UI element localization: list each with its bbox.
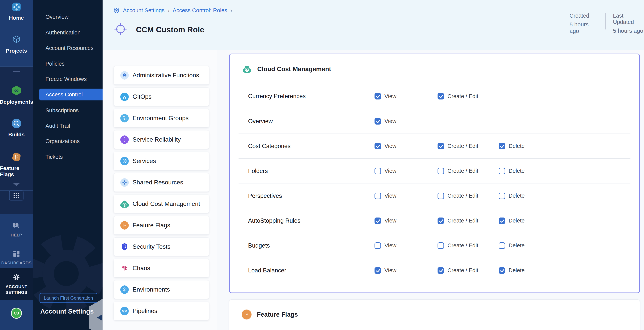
rail-item-help[interactable]: ? HELP <box>0 222 33 238</box>
checkbox-unchecked[interactable] <box>438 242 444 249</box>
checkbox-unchecked[interactable] <box>499 168 505 174</box>
sidebar-item-subscriptions[interactable]: Subscriptions <box>39 104 102 116</box>
permission-row-label: Currency Preferences <box>248 93 306 100</box>
rail-item-builds[interactable]: Builds <box>0 118 33 138</box>
permission-view: View <box>374 118 396 124</box>
checkbox-label: Create / Edit <box>448 193 478 199</box>
role-meta: Created 5 hours ago Last Updated 5 hours… <box>570 13 644 34</box>
sidebar-item-policies[interactable]: Policies <box>39 58 102 70</box>
resource-card-gitops[interactable]: GitOps <box>114 87 209 106</box>
checkbox-label: View <box>384 218 396 224</box>
sidebar-footer-title: Account Settings <box>40 308 94 315</box>
resource-card-security-tests[interactable]: Security Tests <box>114 237 209 256</box>
svg-text:$: $ <box>124 203 125 206</box>
panel-header: Feature Flags <box>242 309 298 319</box>
checkbox-checked[interactable] <box>438 143 444 149</box>
sidebar-item-access-control[interactable]: Access Control <box>39 89 102 100</box>
checkbox-checked[interactable] <box>374 218 381 224</box>
checkbox-checked[interactable] <box>438 93 444 99</box>
rail-item-label: Builds <box>8 132 25 138</box>
rail-expand-chevron-icon[interactable] <box>13 183 20 186</box>
resource-card-service-reliability[interactable]: Service Reliability <box>114 130 209 149</box>
checkbox-unchecked[interactable] <box>438 193 444 199</box>
resource-card-services[interactable]: Services <box>114 152 209 170</box>
breadcrumb-link-account-settings[interactable]: Account Settings <box>123 7 165 14</box>
rail-item-projects[interactable]: Projects <box>0 35 33 54</box>
permission-create-edit: Create / Edit <box>438 218 478 224</box>
checkbox-label: Create / Edit <box>448 143 478 149</box>
last-updated-value: 5 hours ago <box>613 28 644 34</box>
rail-item-dashboards[interactable]: DASHBOARDS <box>0 250 33 266</box>
collapse-sidebar-icon[interactable] <box>97 314 102 321</box>
checkbox-checked[interactable] <box>499 218 505 224</box>
checkbox-checked[interactable] <box>374 143 381 149</box>
checkbox-unchecked[interactable] <box>374 193 381 199</box>
resource-card-pipelines[interactable]: Pipelines <box>114 302 209 320</box>
cloud-cost-icon: $ <box>242 64 252 74</box>
checkbox-checked[interactable] <box>374 118 381 124</box>
rail-item-account-settings[interactable]: ACCOUNTSETTINGS <box>0 273 33 295</box>
feature-flags-icon <box>11 152 22 163</box>
checkbox-checked[interactable] <box>374 267 381 274</box>
chaos-icon <box>120 264 129 272</box>
checkbox-unchecked[interactable] <box>499 193 505 199</box>
resource-card-environment-groups[interactable]: Environment Groups <box>114 109 209 127</box>
checkbox-label: View <box>384 143 396 149</box>
launch-first-generation-button[interactable]: Launch First Generation <box>40 293 97 303</box>
settings-sidebar: OverviewAuthenticationAccount ResourcesP… <box>33 0 102 330</box>
permission-rows: Currency PreferencesViewCreate / EditOve… <box>238 84 630 283</box>
checkbox-checked[interactable] <box>374 93 381 99</box>
checkbox-unchecked[interactable] <box>438 168 444 174</box>
module-picker-button[interactable] <box>9 191 24 201</box>
rail-item-feature-flags[interactable]: Feature Flags <box>0 152 33 178</box>
permission-view: View <box>374 193 396 199</box>
resource-card-label: GitOps <box>132 93 152 100</box>
sidebar-item-freeze-windows[interactable]: Freeze Windows <box>39 73 102 85</box>
checkbox-unchecked[interactable] <box>499 242 505 249</box>
checkbox-checked[interactable] <box>438 218 444 224</box>
panel-title: Feature Flags <box>257 311 298 318</box>
resource-card-label: Security Tests <box>132 243 170 250</box>
sidebar-item-account-resources[interactable]: Account Resources <box>39 42 102 54</box>
sidebar-item-tickets[interactable]: Tickets <box>39 151 102 163</box>
checkbox-checked[interactable] <box>499 143 505 149</box>
shared-resources-icon <box>120 178 129 187</box>
permission-view: View <box>374 168 396 174</box>
dashboards-grid-icon <box>13 250 20 258</box>
user-avatar[interactable]: CJ <box>11 308 22 319</box>
breadcrumb-link-roles[interactable]: Access Control: Roles <box>173 7 227 14</box>
harness-home-icon <box>12 2 22 13</box>
checkbox-unchecked[interactable] <box>374 168 381 174</box>
resource-card-chaos[interactable]: Chaos <box>114 259 209 277</box>
sidebar-item-audit-trail[interactable]: Audit Trail <box>39 120 102 132</box>
rail-item-deployments[interactable]: ∞ Deployments <box>0 85 33 105</box>
permission-row-perspectives: PerspectivesViewCreate / EditDelete <box>238 183 630 208</box>
rail-item-label: Feature Flags <box>0 165 33 178</box>
checkbox-unchecked[interactable] <box>374 242 381 249</box>
resource-card-label: Service Reliability <box>132 136 181 143</box>
permission-delete: Delete <box>499 218 525 224</box>
sidebar-item-organizations[interactable]: Organizations <box>39 135 102 147</box>
pipelines-icon <box>120 307 129 315</box>
checkbox-checked[interactable] <box>438 267 444 274</box>
resource-card-feature-flags[interactable]: Feature Flags <box>114 216 209 235</box>
checkbox-checked[interactable] <box>499 267 505 274</box>
grid-icon <box>14 193 19 198</box>
checkbox-label: View <box>384 267 396 274</box>
resource-card-cloud-cost-management[interactable]: $Cloud Cost Management <box>114 195 209 213</box>
rail-item-home[interactable]: Home <box>0 2 33 21</box>
resource-card-shared-resources[interactable]: Shared Resources <box>114 173 209 192</box>
permission-create-edit: Create / Edit <box>438 193 478 199</box>
checkbox-label: Delete <box>508 218 525 224</box>
sidebar-item-authentication[interactable]: Authentication <box>39 27 102 39</box>
checkbox-label: Delete <box>508 193 525 199</box>
sidebar-item-overview[interactable]: Overview <box>39 11 102 23</box>
permission-row-cost-categories: Cost CategoriesViewCreate / EditDelete <box>238 133 630 158</box>
resource-card-administrative-functions[interactable]: Administrative Functions <box>114 66 209 85</box>
resource-card-label: Environment Groups <box>132 115 188 122</box>
settings-gear-icon <box>113 7 120 14</box>
resource-card-environments[interactable]: Environments <box>114 280 209 299</box>
gitops-icon <box>120 93 129 101</box>
permission-create-edit: Create / Edit <box>438 168 478 174</box>
permission-delete: Delete <box>499 267 525 274</box>
